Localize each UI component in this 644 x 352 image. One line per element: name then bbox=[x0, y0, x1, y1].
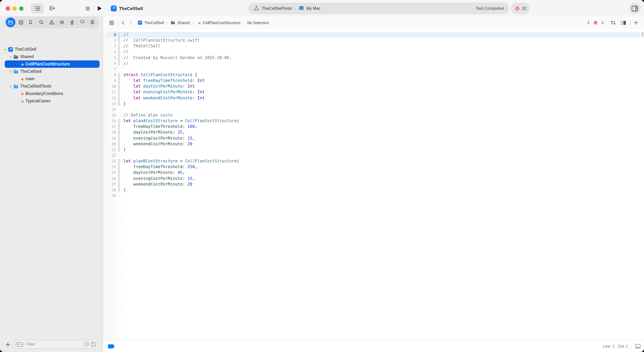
code-line-19[interactable]: 19 eveningCostPerMinute: 15, bbox=[103, 135, 644, 141]
stop-icon[interactable] bbox=[83, 4, 92, 13]
line-number[interactable]: 22 bbox=[103, 153, 116, 157]
inspector-toggle-button[interactable] bbox=[628, 3, 641, 14]
code-line-26[interactable]: 26 eveningCostPerMinute: 15, bbox=[103, 175, 644, 181]
breadcrumb-item-thecellsell[interactable]: TheCellSell bbox=[138, 20, 164, 25]
add-item-button[interactable] bbox=[3, 342, 13, 346]
navigator-tab-bookmarks[interactable] bbox=[26, 17, 36, 28]
line-number[interactable]: 16 bbox=[103, 119, 116, 123]
line-number[interactable]: 20 bbox=[103, 142, 116, 146]
disclosure-chevron-icon[interactable] bbox=[3, 48, 7, 51]
related-items-icon[interactable] bbox=[107, 20, 116, 25]
tree-item-Shared[interactable]: Shared bbox=[0, 53, 103, 60]
code-line-4[interactable]: 4// bbox=[103, 49, 644, 55]
line-number[interactable]: 11 bbox=[103, 90, 116, 94]
tree-item-CellPlanCostStructure[interactable]: CellPlanCostStructure bbox=[0, 60, 103, 68]
add-editor-icon[interactable] bbox=[632, 21, 641, 25]
editor-list-icon[interactable] bbox=[31, 3, 44, 14]
line-number[interactable]: 19 bbox=[103, 136, 116, 140]
code-review-icon[interactable] bbox=[608, 21, 618, 25]
navigator-tab-issues[interactable] bbox=[46, 17, 57, 28]
line-number[interactable]: 26 bbox=[103, 176, 116, 180]
editor-options-icon[interactable] bbox=[618, 20, 628, 25]
bottom-bar-toggle-icon[interactable] bbox=[635, 344, 641, 349]
zoom-window-button[interactable] bbox=[19, 6, 24, 11]
navigator-tab-tests[interactable] bbox=[57, 17, 67, 28]
previous-issue-icon[interactable] bbox=[585, 21, 592, 25]
line-number[interactable]: 7 bbox=[103, 67, 116, 71]
code-fold-ribbon[interactable] bbox=[118, 32, 120, 66]
line-number[interactable]: 23 bbox=[103, 159, 116, 163]
line-number[interactable]: 2 bbox=[103, 38, 116, 42]
code-line-14[interactable]: 14 bbox=[103, 107, 644, 112]
code-line-17[interactable]: 17 freeDayTimeThreshold: 100, bbox=[103, 124, 644, 130]
navigator-tab-reports[interactable] bbox=[88, 17, 98, 28]
code-line-1[interactable]: 1// bbox=[103, 32, 644, 38]
code-line-7[interactable]: 7 bbox=[103, 66, 644, 72]
code-fold-ribbon[interactable] bbox=[118, 119, 120, 152]
tree-item-TheCellSellTests[interactable]: TheCellSellTests bbox=[0, 83, 103, 90]
flags-filter-icon[interactable] bbox=[91, 342, 96, 347]
line-number[interactable]: 4 bbox=[103, 50, 116, 54]
code-fold-ribbon[interactable] bbox=[118, 159, 120, 192]
code-line-3[interactable]: 3// TheCellSell bbox=[103, 43, 644, 49]
tree-item-TheCellSell[interactable]: TheCellSell bbox=[0, 68, 103, 75]
line-number[interactable]: 25 bbox=[103, 171, 116, 175]
close-window-button[interactable] bbox=[6, 6, 10, 11]
navigator-tab-find[interactable] bbox=[36, 17, 46, 28]
code-line-16[interactable]: 16let planACostStructure = CellPlanCostS… bbox=[103, 118, 644, 124]
code-line-6[interactable]: 6// bbox=[103, 60, 644, 66]
line-number[interactable]: 9 bbox=[103, 79, 116, 83]
disclosure-chevron-icon[interactable] bbox=[9, 55, 12, 58]
code-line-11[interactable]: 11 let eveningCostPerMinute: Int bbox=[103, 89, 644, 95]
line-number[interactable]: 6 bbox=[103, 61, 116, 66]
code-line-22[interactable]: 22 bbox=[103, 153, 644, 158]
tree-item-BoundaryConditions[interactable]: BoundaryConditions bbox=[0, 90, 103, 97]
line-number[interactable]: 15 bbox=[103, 113, 116, 117]
breadcrumb-item-cellplancoststructure[interactable]: CellPlanCostStructure bbox=[196, 20, 241, 25]
code-line-15[interactable]: 15// Define plan costs bbox=[103, 112, 644, 118]
ai-assist-icon[interactable] bbox=[46, 3, 58, 14]
code-fold-ribbon[interactable] bbox=[118, 73, 120, 106]
code-line-18[interactable]: 18 dayCostPerMinute: 25, bbox=[103, 130, 644, 135]
recents-clock-icon[interactable] bbox=[84, 342, 89, 347]
next-issue-icon[interactable] bbox=[599, 21, 606, 25]
code-line-29[interactable]: 29 bbox=[103, 193, 644, 198]
code-line-27[interactable]: 27 weekendCostPerMinute: 20 bbox=[103, 181, 644, 187]
line-number[interactable]: 17 bbox=[103, 125, 116, 129]
line-number[interactable]: 5 bbox=[103, 56, 116, 60]
line-number[interactable]: 1 bbox=[103, 33, 116, 37]
run-icon[interactable] bbox=[95, 4, 104, 13]
scheme-selector[interactable]: TheCellSellTests › My Mac Test Completed bbox=[248, 3, 509, 14]
breadcrumb-item-shared[interactable]: Shared bbox=[170, 21, 190, 25]
scheme-target[interactable]: TheCellSellTests bbox=[262, 6, 292, 11]
code-line-10[interactable]: 10 let dayCostPerMinute: Int bbox=[103, 84, 644, 89]
code-line-8[interactable]: 8struct CellPlanCostStructure { bbox=[103, 72, 644, 78]
filter-input[interactable]: Filter bbox=[13, 340, 98, 349]
line-number[interactable]: 12 bbox=[103, 96, 116, 100]
breadcrumb-item-no-selection[interactable]: No Selection bbox=[247, 21, 269, 25]
breakpoint-toggle[interactable] bbox=[108, 344, 115, 348]
line-number[interactable]: 18 bbox=[103, 130, 116, 134]
code-line-5[interactable]: 5// Created by Russell Gordon on 2025-10… bbox=[103, 55, 644, 60]
line-number[interactable]: 14 bbox=[103, 107, 116, 111]
code-line-12[interactable]: 12 let weekendCostPerMinute: Int bbox=[103, 95, 644, 101]
line-number[interactable]: 27 bbox=[103, 182, 116, 186]
navigator-tab-breakpoints[interactable] bbox=[77, 17, 88, 28]
navigator-tab-debug[interactable] bbox=[67, 17, 77, 28]
line-number[interactable]: 10 bbox=[103, 84, 116, 88]
disclosure-chevron-icon[interactable] bbox=[9, 70, 12, 73]
disclosure-chevron-icon[interactable] bbox=[9, 85, 12, 88]
code-line-21[interactable]: 21) bbox=[103, 147, 644, 153]
issue-count-button[interactable]: 22 bbox=[511, 3, 530, 14]
minimize-window-button[interactable] bbox=[12, 6, 17, 11]
tree-item-TypicalCases[interactable]: TypicalCases bbox=[0, 97, 103, 105]
line-number[interactable]: 28 bbox=[103, 188, 116, 192]
code-line-20[interactable]: 20 weekendCostPerMinute: 20 bbox=[103, 141, 644, 147]
code-line-23[interactable]: 23let planBCostStructure = CellPlanCostS… bbox=[103, 158, 644, 164]
scheme-destination[interactable]: My Mac bbox=[306, 6, 320, 11]
code-line-25[interactable]: 25 dayCostPerMinute: 45, bbox=[103, 170, 644, 175]
line-number[interactable]: 21 bbox=[103, 148, 116, 152]
forward-icon[interactable] bbox=[127, 21, 134, 25]
line-number[interactable]: 3 bbox=[103, 44, 116, 48]
scrollbar-thumb[interactable] bbox=[642, 32, 643, 37]
